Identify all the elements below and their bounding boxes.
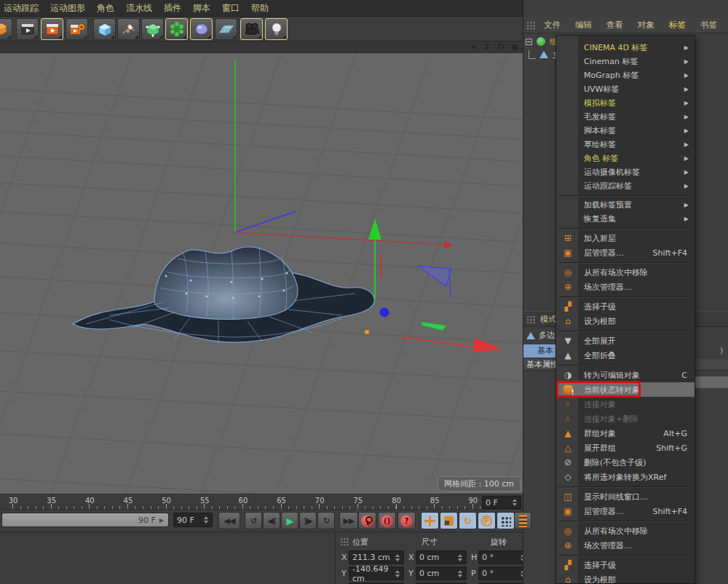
toolbar-motion-clip-active-button[interactable] bbox=[41, 18, 63, 40]
play-backwards-button[interactable]: ↺ bbox=[245, 512, 262, 529]
menubar-item-3[interactable]: 流水线 bbox=[120, 2, 158, 15]
stepper-icon[interactable] bbox=[458, 570, 463, 577]
toolbar-light-button[interactable] bbox=[265, 18, 288, 40]
go-to-start-button[interactable]: ◀◀ bbox=[218, 512, 240, 529]
menu-command-7-0[interactable]: ▞选择子级 bbox=[556, 558, 695, 572]
toolbar-generator-button[interactable] bbox=[165, 18, 188, 40]
maximize-view-icon[interactable]: ▣ bbox=[510, 42, 520, 52]
pan-view-icon[interactable]: + bbox=[468, 42, 478, 52]
menu-item-preset-0[interactable]: 加载标签预置▶ bbox=[556, 198, 695, 212]
menu-command-1-0[interactable]: ◎从所有场次中移除 bbox=[556, 265, 695, 280]
menu-item-tag-category-4[interactable]: 模拟标签▶ bbox=[556, 96, 695, 110]
menu-command-6-0[interactable]: ◎从所有场次中移除 bbox=[556, 524, 695, 538]
menu-command-7-1[interactable]: ⌂设为根部 bbox=[556, 572, 695, 584]
current-frame-field[interactable]: 90 F bbox=[173, 513, 213, 527]
menu-item-preset-1[interactable]: 恢复选集▶ bbox=[556, 212, 695, 226]
play-button[interactable]: ▶ bbox=[281, 512, 298, 529]
position-field[interactable]: 211.3 cm bbox=[349, 551, 404, 564]
timeline-ruler[interactable]: 30354045505560657075808590 bbox=[0, 494, 523, 510]
menubar-item-5[interactable]: 脚本 bbox=[187, 2, 216, 15]
om-menu-4[interactable]: 标签 bbox=[662, 20, 692, 31]
menu-command-4-4[interactable]: ▲群组对象Alt+G bbox=[556, 426, 695, 441]
menu-item-tag-category-0[interactable]: CINEMA 4D 标签▶ bbox=[556, 41, 695, 55]
go-to-end-button[interactable]: ▶▶ bbox=[339, 512, 358, 529]
menu-command-5-0[interactable]: ◫显示时间线窗口... bbox=[556, 489, 695, 504]
toolbar-floor-plane-button[interactable] bbox=[215, 18, 237, 40]
menu-item-tag-category-3[interactable]: UVW标签▶ bbox=[556, 82, 695, 96]
stepper-icon[interactable] bbox=[395, 570, 400, 577]
menubar-item-2[interactable]: 角色 bbox=[91, 2, 120, 15]
stepper-icon[interactable] bbox=[458, 554, 463, 561]
stepper-icon[interactable] bbox=[395, 554, 400, 561]
toolbar-motion-clip-button[interactable] bbox=[16, 18, 39, 40]
stepper-icon[interactable] bbox=[204, 516, 209, 524]
panel-handle-icon[interactable] bbox=[526, 315, 536, 323]
menu-command-4-1[interactable]: 当前状态转对象 bbox=[556, 382, 695, 397]
toolbar-spline-pen-button[interactable] bbox=[117, 18, 140, 40]
menu-command-4-0[interactable]: ◑转为可编辑对象C bbox=[556, 368, 695, 382]
menu-command-0-0[interactable]: ⊞加入新层 bbox=[556, 231, 695, 245]
loop-button[interactable]: ↻ bbox=[317, 512, 335, 529]
toolbar-metaball-button[interactable] bbox=[190, 18, 213, 40]
end-frame-field[interactable]: 0 F bbox=[482, 496, 521, 509]
plane-handle-green[interactable] bbox=[421, 322, 446, 331]
menu-item-tag-category-2[interactable]: MoGraph 标签▶ bbox=[556, 68, 695, 82]
om-menu-1[interactable]: 编辑 bbox=[569, 20, 598, 31]
menu-item-tag-category-6[interactable]: 脚本标签▶ bbox=[556, 124, 695, 138]
record-point-level-button[interactable] bbox=[496, 512, 515, 529]
menu-command-1-1[interactable]: ⊕场次管理器... bbox=[556, 280, 695, 294]
size-field[interactable]: 0 cm bbox=[416, 567, 467, 580]
om-menu-3[interactable]: 对象 bbox=[631, 20, 661, 31]
previous-frame-button[interactable]: ◀( bbox=[263, 512, 280, 529]
menubar-item-7[interactable]: 帮助 bbox=[245, 2, 274, 15]
transform-gizmo[interactable] bbox=[365, 218, 502, 352]
record-scale-button[interactable] bbox=[440, 512, 458, 529]
collapse-icon[interactable] bbox=[526, 39, 532, 45]
menu-item-tag-category-7[interactable]: 草绘标签▶ bbox=[556, 138, 695, 151]
toolbar-motion-system-button[interactable] bbox=[66, 18, 88, 40]
om-menu-0[interactable]: 文件 bbox=[537, 20, 567, 31]
plane-handle-blue[interactable] bbox=[418, 266, 451, 286]
menu-item-tag-category-9[interactable]: 运动摄像机标签▶ bbox=[556, 165, 695, 179]
menu-command-3-1[interactable]: ▲全部折叠 bbox=[556, 348, 695, 363]
selected-vertex[interactable] bbox=[365, 330, 369, 334]
menu-item-tag-category-10[interactable]: 运动跟踪标签▶ bbox=[556, 179, 695, 193]
record-position-button[interactable] bbox=[421, 512, 439, 529]
rotation-field[interactable]: 0 ° bbox=[478, 567, 529, 580]
menu-command-4-3[interactable]: ∧连接对象+删除 bbox=[556, 411, 695, 426]
om-menu-5[interactable]: 书签 bbox=[694, 20, 724, 31]
hat-mesh-object[interactable] bbox=[73, 247, 374, 343]
timeline-range-slider[interactable]: 90 F▶ bbox=[1, 513, 169, 527]
size-field[interactable]: 0 cm bbox=[416, 551, 467, 564]
menu-item-tag-category-5[interactable]: 毛发标签▶ bbox=[556, 110, 695, 124]
rotate-view-icon[interactable]: ↻ bbox=[496, 42, 506, 52]
toolbar-subdivision-surface-button[interactable] bbox=[141, 18, 164, 40]
menu-command-3-0[interactable]: ▼全部展开 bbox=[556, 334, 695, 348]
menu-command-0-1[interactable]: ▣层管理器...Shift+F4 bbox=[556, 245, 695, 260]
y-axis-arrow[interactable] bbox=[368, 218, 381, 240]
panel-handle-icon[interactable] bbox=[340, 537, 349, 545]
autokey-button[interactable]: () bbox=[378, 512, 396, 529]
menu-command-5-1[interactable]: ▣层管理器...Shift+F4 bbox=[556, 504, 695, 518]
menu-command-4-7[interactable]: ◇将所选对象转换为XRef bbox=[556, 470, 695, 484]
menu-command-4-2[interactable]: ∧连接对象 bbox=[556, 397, 695, 411]
rotation-field[interactable]: 0 ° bbox=[478, 551, 529, 564]
record-keyframe-button[interactable] bbox=[358, 512, 376, 529]
keyframe-help-button[interactable]: ? bbox=[397, 512, 416, 529]
toolbar-camera-button[interactable] bbox=[240, 18, 263, 40]
menu-item-tag-category-1[interactable]: Cineman 标签▶ bbox=[556, 55, 695, 68]
viewport-canvas[interactable]: 网格间距 : 100 cm bbox=[0, 53, 523, 494]
timeline-layout-button[interactable] bbox=[514, 512, 531, 529]
menubar-item-1[interactable]: 运动图形 bbox=[44, 2, 91, 15]
x-axis-arrow[interactable] bbox=[473, 338, 502, 352]
toolbar-move-cube-tool-button[interactable] bbox=[0, 18, 12, 40]
panel-handle-icon[interactable] bbox=[526, 21, 536, 29]
record-rotation-button[interactable]: ↻ bbox=[459, 512, 477, 529]
toolbar-primitive-cube-button[interactable] bbox=[93, 18, 116, 40]
position-field[interactable]: -140.649 cm bbox=[349, 567, 404, 580]
menubar-item-0[interactable]: 运动跟踪 bbox=[0, 2, 44, 15]
range-handle-icon[interactable]: ▶ bbox=[159, 517, 164, 524]
stepper-icon[interactable] bbox=[513, 499, 518, 506]
menubar-item-4[interactable]: 插件 bbox=[158, 2, 187, 15]
dolly-view-icon[interactable]: ↕ bbox=[482, 42, 492, 52]
